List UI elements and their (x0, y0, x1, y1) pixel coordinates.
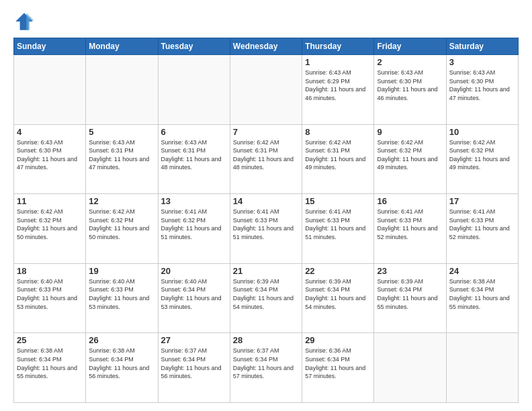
day-number: 5 (89, 127, 154, 137)
day-info: Sunrise: 6:39 AM Sunset: 6:34 PM Dayligh… (233, 277, 299, 311)
day-info: Sunrise: 6:43 AM Sunset: 6:29 PM Dayligh… (305, 68, 371, 102)
calendar-cell: 6Sunrise: 6:43 AM Sunset: 6:31 PM Daylig… (158, 124, 230, 194)
day-number: 3 (449, 57, 515, 67)
day-info: Sunrise: 6:43 AM Sunset: 6:30 PM Dayligh… (377, 68, 443, 102)
weekday-header-wednesday: Wednesday (230, 38, 302, 55)
calendar-cell: 1Sunrise: 6:43 AM Sunset: 6:29 PM Daylig… (302, 55, 374, 125)
weekday-header-sunday: Sunday (14, 38, 86, 55)
calendar-cell (14, 55, 86, 125)
day-info: Sunrise: 6:38 AM Sunset: 6:34 PM Dayligh… (89, 347, 154, 380)
calendar-cell: 17Sunrise: 6:41 AM Sunset: 6:33 PM Dayli… (446, 194, 518, 264)
calendar-cell: 20Sunrise: 6:40 AM Sunset: 6:34 PM Dayli… (158, 263, 230, 333)
calendar-cell: 19Sunrise: 6:40 AM Sunset: 6:33 PM Dayli… (86, 263, 158, 333)
calendar-cell: 10Sunrise: 6:42 AM Sunset: 6:32 PM Dayli… (446, 124, 518, 194)
day-number: 12 (89, 196, 154, 206)
logo (13, 11, 38, 32)
calendar-cell: 16Sunrise: 6:41 AM Sunset: 6:33 PM Dayli… (374, 194, 446, 264)
day-info: Sunrise: 6:41 AM Sunset: 6:33 PM Dayligh… (305, 208, 371, 241)
day-info: Sunrise: 6:43 AM Sunset: 6:30 PM Dayligh… (17, 138, 83, 172)
calendar-cell: 2Sunrise: 6:43 AM Sunset: 6:30 PM Daylig… (374, 55, 446, 125)
calendar-cell: 4Sunrise: 6:43 AM Sunset: 6:30 PM Daylig… (14, 124, 86, 194)
day-number: 1 (305, 57, 371, 67)
day-number: 23 (377, 266, 443, 276)
day-info: Sunrise: 6:37 AM Sunset: 6:34 PM Dayligh… (161, 347, 227, 380)
calendar-cell: 12Sunrise: 6:42 AM Sunset: 6:32 PM Dayli… (86, 194, 158, 264)
calendar-cell: 14Sunrise: 6:41 AM Sunset: 6:33 PM Dayli… (230, 194, 302, 264)
day-number: 27 (161, 335, 227, 345)
day-info: Sunrise: 6:42 AM Sunset: 6:32 PM Dayligh… (17, 208, 83, 241)
day-info: Sunrise: 6:41 AM Sunset: 6:32 PM Dayligh… (161, 208, 227, 241)
calendar-cell (374, 333, 446, 403)
day-number: 17 (449, 196, 515, 206)
day-number: 8 (305, 127, 371, 137)
day-info: Sunrise: 6:40 AM Sunset: 6:34 PM Dayligh… (161, 277, 227, 311)
day-info: Sunrise: 6:39 AM Sunset: 6:34 PM Dayligh… (305, 277, 371, 311)
day-number: 4 (17, 127, 83, 137)
week-row-2: 4Sunrise: 6:43 AM Sunset: 6:30 PM Daylig… (14, 124, 519, 194)
day-number: 15 (305, 196, 371, 206)
calendar-cell (230, 55, 302, 125)
calendar-cell: 13Sunrise: 6:41 AM Sunset: 6:32 PM Dayli… (158, 194, 230, 264)
day-info: Sunrise: 6:40 AM Sunset: 6:33 PM Dayligh… (17, 277, 83, 311)
calendar-cell (446, 333, 518, 403)
day-info: Sunrise: 6:41 AM Sunset: 6:33 PM Dayligh… (449, 208, 515, 241)
day-info: Sunrise: 6:38 AM Sunset: 6:34 PM Dayligh… (17, 347, 83, 380)
day-info: Sunrise: 6:42 AM Sunset: 6:32 PM Dayligh… (449, 138, 515, 172)
day-number: 16 (377, 196, 443, 206)
svg-marker-0 (15, 13, 33, 30)
calendar-cell (158, 55, 230, 125)
day-info: Sunrise: 6:37 AM Sunset: 6:34 PM Dayligh… (233, 347, 299, 380)
weekday-header-tuesday: Tuesday (158, 38, 230, 55)
page: SundayMondayTuesdayWednesdayThursdayFrid… (0, 0, 532, 411)
day-info: Sunrise: 6:43 AM Sunset: 6:30 PM Dayligh… (449, 68, 515, 102)
week-row-5: 25Sunrise: 6:38 AM Sunset: 6:34 PM Dayli… (14, 333, 519, 403)
calendar-cell: 28Sunrise: 6:37 AM Sunset: 6:34 PM Dayli… (230, 333, 302, 403)
calendar-cell: 22Sunrise: 6:39 AM Sunset: 6:34 PM Dayli… (302, 263, 374, 333)
header (13, 11, 519, 32)
day-info: Sunrise: 6:38 AM Sunset: 6:34 PM Dayligh… (449, 277, 515, 311)
calendar-cell: 23Sunrise: 6:39 AM Sunset: 6:34 PM Dayli… (374, 263, 446, 333)
weekday-header-row: SundayMondayTuesdayWednesdayThursdayFrid… (14, 38, 519, 55)
day-number: 13 (161, 196, 227, 206)
weekday-header-monday: Monday (86, 38, 158, 55)
day-number: 6 (161, 127, 227, 137)
calendar-cell: 3Sunrise: 6:43 AM Sunset: 6:30 PM Daylig… (446, 55, 518, 125)
day-info: Sunrise: 6:43 AM Sunset: 6:31 PM Dayligh… (89, 138, 154, 172)
calendar-cell: 9Sunrise: 6:42 AM Sunset: 6:32 PM Daylig… (374, 124, 446, 194)
week-row-1: 1Sunrise: 6:43 AM Sunset: 6:29 PM Daylig… (14, 55, 519, 125)
calendar-cell: 26Sunrise: 6:38 AM Sunset: 6:34 PM Dayli… (86, 333, 158, 403)
day-number: 18 (17, 266, 83, 276)
day-number: 28 (233, 335, 299, 345)
logo-icon (13, 11, 35, 32)
day-number: 7 (233, 127, 299, 137)
calendar-cell: 5Sunrise: 6:43 AM Sunset: 6:31 PM Daylig… (86, 124, 158, 194)
day-number: 14 (233, 196, 299, 206)
day-info: Sunrise: 6:41 AM Sunset: 6:33 PM Dayligh… (233, 208, 299, 241)
week-row-3: 11Sunrise: 6:42 AM Sunset: 6:32 PM Dayli… (14, 194, 519, 264)
calendar-cell: 7Sunrise: 6:42 AM Sunset: 6:31 PM Daylig… (230, 124, 302, 194)
day-info: Sunrise: 6:41 AM Sunset: 6:33 PM Dayligh… (377, 208, 443, 241)
day-number: 26 (89, 335, 154, 345)
day-number: 21 (233, 266, 299, 276)
week-row-4: 18Sunrise: 6:40 AM Sunset: 6:33 PM Dayli… (14, 263, 519, 333)
calendar-table: SundayMondayTuesdayWednesdayThursdayFrid… (13, 38, 519, 403)
day-info: Sunrise: 6:43 AM Sunset: 6:31 PM Dayligh… (161, 138, 227, 172)
calendar-cell: 11Sunrise: 6:42 AM Sunset: 6:32 PM Dayli… (14, 194, 86, 264)
day-info: Sunrise: 6:42 AM Sunset: 6:31 PM Dayligh… (305, 138, 371, 172)
calendar-cell: 18Sunrise: 6:40 AM Sunset: 6:33 PM Dayli… (14, 263, 86, 333)
day-info: Sunrise: 6:40 AM Sunset: 6:33 PM Dayligh… (89, 277, 154, 311)
day-info: Sunrise: 6:42 AM Sunset: 6:32 PM Dayligh… (89, 208, 154, 241)
calendar-cell: 29Sunrise: 6:36 AM Sunset: 6:34 PM Dayli… (302, 333, 374, 403)
day-number: 29 (305, 335, 371, 345)
day-info: Sunrise: 6:42 AM Sunset: 6:31 PM Dayligh… (233, 138, 299, 172)
day-info: Sunrise: 6:42 AM Sunset: 6:32 PM Dayligh… (377, 138, 443, 172)
calendar-cell: 15Sunrise: 6:41 AM Sunset: 6:33 PM Dayli… (302, 194, 374, 264)
day-number: 10 (449, 127, 515, 137)
day-number: 20 (161, 266, 227, 276)
day-number: 24 (449, 266, 515, 276)
day-info: Sunrise: 6:36 AM Sunset: 6:34 PM Dayligh… (305, 347, 371, 380)
day-number: 11 (17, 196, 83, 206)
day-number: 2 (377, 57, 443, 67)
calendar-cell: 8Sunrise: 6:42 AM Sunset: 6:31 PM Daylig… (302, 124, 374, 194)
day-number: 9 (377, 127, 443, 137)
